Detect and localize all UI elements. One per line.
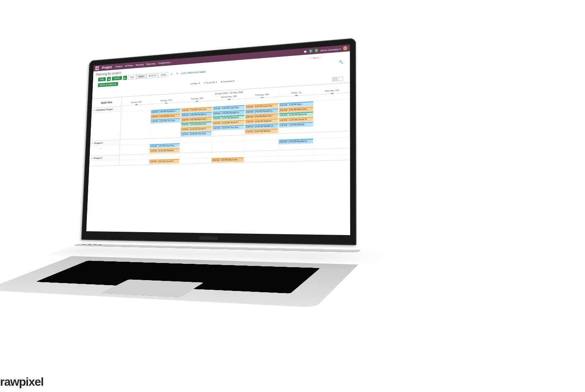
today-button[interactable]: TODAY <box>112 76 122 81</box>
app-brand[interactable]: Project <box>102 65 112 70</box>
gantt-task[interactable]: 8:00 AM - 4:00 PM Marc Dem... <box>245 113 278 119</box>
gantt-task[interactable]: 1:00 PM - 10:00 PM Toni Jime... <box>181 131 211 137</box>
gantt-task[interactable]: 9:00 AM - 2:00 PM Randall Le... <box>279 139 313 144</box>
menu-configuration[interactable]: Configuration <box>158 61 170 64</box>
prev-button[interactable]: ◀ <box>107 77 111 81</box>
groupby-button[interactable]: ≡ Group By ▾ <box>204 81 217 84</box>
range-month[interactable]: MONTH <box>146 73 158 78</box>
gantt-task[interactable]: 4:00 PM - 12:00 AM Jennie Fl... <box>279 117 313 123</box>
day-header: Friday, 1st <box>279 89 314 97</box>
group-header[interactable]: —Project 2 <box>89 155 119 161</box>
gantt-task[interactable]: 8:00 AM - 4:00 PM Marc Dem... <box>211 157 244 163</box>
filters-button[interactable]: ▾ Filters ▾ <box>191 82 200 85</box>
laptop-hinge <box>72 244 361 253</box>
chat-icon[interactable]: 💬 <box>304 50 307 53</box>
menu-all-tasks[interactable]: All Tasks <box>125 64 133 67</box>
gantt-task[interactable]: 4:00 PM - 1:00 PM Mitchell... <box>279 122 313 128</box>
search-icon[interactable]: 🔍 <box>339 60 343 64</box>
copy-previous-week[interactable]: COPY PREVIOUS WEEK <box>181 71 206 75</box>
gantt-task[interactable]: 4:00 PM - 12:00 AM Jennie Fl... <box>149 159 179 164</box>
laptop-screen-bezel: Project Projects All Tasks Planning Repo… <box>81 38 356 245</box>
menu-projects[interactable]: Projects <box>115 65 122 68</box>
view-gantt-icon[interactable] <box>332 77 337 81</box>
laptop-base <box>0 256 358 308</box>
gantt-chart: Gantt View 26 April 2020 - 02 May 2020 S… <box>86 83 350 235</box>
day-header: Saturday, 2nd <box>314 87 350 95</box>
gantt-task[interactable]: 3:00 PM - 12:00 AM Randall Le... <box>245 124 278 129</box>
gantt-task[interactable]: 8:00 AM - 4:00 PM Marc Dem... <box>279 106 313 113</box>
next-button[interactable]: ▶ <box>123 76 127 80</box>
notif-badge-2[interactable]: 3 <box>315 49 318 53</box>
avatar[interactable] <box>343 46 347 51</box>
notif-badge-1[interactable]: 1 <box>309 49 313 53</box>
edit-icon[interactable]: ✎ <box>175 72 179 76</box>
gantt-task[interactable]: 4:00 PM - 12:00 AM Sharlene... <box>245 118 278 124</box>
gantt-task[interactable]: 1:00 PM - 10:00 PM Mitchell... <box>245 129 278 134</box>
add-task-icon[interactable]: + <box>100 147 102 150</box>
app-screen: Project Projects All Tasks Planning Repo… <box>86 45 350 235</box>
range-day[interactable]: DAY <box>128 75 137 80</box>
close-icon[interactable]: × <box>320 56 321 58</box>
gantt-task[interactable]: 4:00 PM - 12:00 AM Bartender <box>279 111 313 118</box>
gantt-task[interactable]: 8:00 AM - 4:00 PM Marc... <box>279 101 313 108</box>
gantt-task[interactable]: 4:00 PM - 12:00 AM Sharlene... <box>150 148 180 154</box>
range-week[interactable]: WEEK <box>136 74 147 79</box>
breadcrumb-tag[interactable]: 🏷 Agency × <box>310 56 321 59</box>
range-year[interactable]: YEAR <box>158 72 168 78</box>
watermark: rawpixel <box>0 375 43 389</box>
expand-icon[interactable]: ⤢ <box>170 73 174 76</box>
view-list-icon[interactable] <box>338 76 343 81</box>
menu-planning[interactable]: Planning <box>136 63 144 66</box>
favorites-button[interactable]: ★ Favorites ▾ <box>221 79 234 83</box>
menu-reporting[interactable]: Reporting <box>146 62 155 65</box>
gantt-task[interactable]: 8:00 AM - 2:00 PM Randall Le... <box>245 108 278 114</box>
add-button[interactable]: ADD <box>98 77 106 81</box>
company-switch[interactable]: Demo Company ▾ <box>320 47 341 52</box>
apps-icon[interactable] <box>95 66 99 71</box>
gantt-task[interactable]: 8:00 AM - 4:00 PM Anita Olive... <box>245 103 278 109</box>
